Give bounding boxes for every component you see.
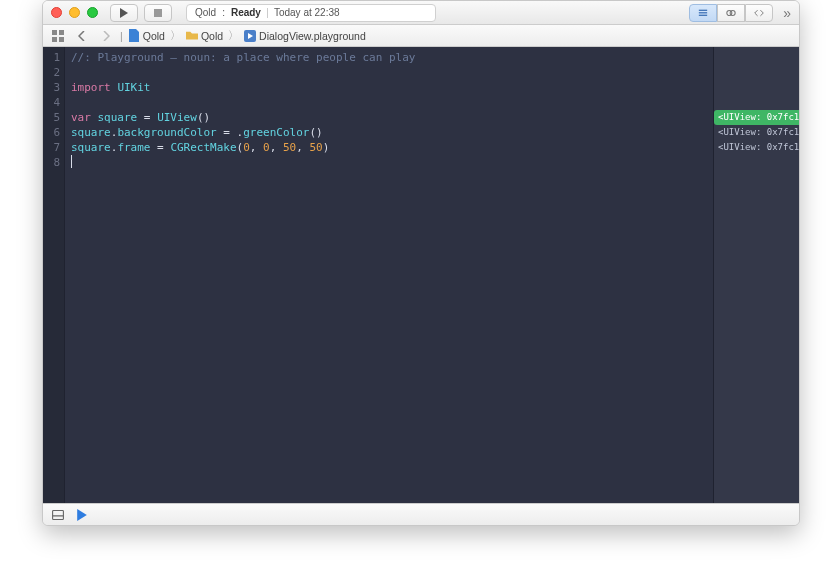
code-editor[interactable]: //: Playground — noun: a place where peo… (65, 47, 713, 503)
code-token: ) (323, 141, 330, 154)
code-token: 0 (263, 141, 270, 154)
code-token: 50 (283, 141, 296, 154)
code-token: square (71, 141, 111, 154)
code-token: , (270, 141, 283, 154)
code-token: UIKit (117, 81, 150, 94)
toggle-console-button[interactable] (51, 508, 65, 522)
code-token: var (71, 111, 91, 124)
status-time: Today at 22:38 (274, 7, 340, 18)
code-token: , (250, 141, 263, 154)
result-line[interactable]: <UIView: 0x7fc168e... (714, 110, 799, 125)
zoom-window-button[interactable] (87, 7, 98, 18)
text-cursor (71, 155, 72, 168)
svg-rect-0 (154, 9, 162, 17)
assistant-editor-button[interactable] (717, 4, 745, 22)
results-sidebar: <UIView: 0x7fc168e... <UIView: 0x7fc168e… (713, 47, 799, 503)
svg-rect-6 (52, 30, 57, 35)
breadcrumb-label: Qold (143, 30, 165, 42)
folder-icon (186, 30, 198, 42)
code-token: () (197, 111, 210, 124)
jump-bar: | Qold 〉 Qold 〉 DialogView.playground (43, 25, 799, 47)
code-token: 50 (309, 141, 322, 154)
breadcrumb-label: DialogView.playground (259, 30, 366, 42)
activity-status: Qold: Ready Today at 22:38 (186, 4, 436, 22)
svg-rect-8 (52, 37, 57, 42)
editor-mode-group (689, 4, 773, 22)
close-window-button[interactable] (51, 7, 62, 18)
code-token: square (98, 111, 138, 124)
breadcrumb-label: Qold (201, 30, 223, 42)
code-token: = (151, 141, 171, 154)
line-number: 5 (43, 110, 60, 125)
result-line[interactable]: <UIView: 0x7fc168e... (714, 140, 799, 155)
svg-rect-9 (59, 37, 64, 42)
line-gutter: 1 2 3 4 5 6 7 8 (43, 47, 65, 503)
line-number: 2 (43, 65, 60, 80)
standard-editor-button[interactable] (689, 4, 717, 22)
version-editor-button[interactable] (745, 4, 773, 22)
svg-point-5 (730, 10, 735, 15)
code-token: import (71, 81, 111, 94)
run-button[interactable] (110, 4, 138, 22)
line-number: 4 (43, 95, 60, 110)
related-items-button[interactable] (47, 28, 69, 44)
code-token: = . (217, 126, 244, 139)
line-number: 1 (43, 50, 60, 65)
svg-rect-3 (699, 14, 707, 15)
breadcrumb-item-project[interactable]: Qold (126, 30, 167, 42)
line-number: 6 (43, 125, 60, 140)
titlebar: Qold: Ready Today at 22:38 » (43, 1, 799, 25)
svg-rect-11 (53, 510, 64, 519)
line-number: 7 (43, 140, 60, 155)
code-token: = (137, 111, 157, 124)
code-token: , (296, 141, 309, 154)
code-token: UIView (157, 111, 197, 124)
code-token: () (309, 126, 322, 139)
toolbar-overflow-icon[interactable]: » (783, 5, 791, 21)
breadcrumb-item-file[interactable]: DialogView.playground (242, 30, 368, 42)
code-token: square (71, 126, 111, 139)
playground-icon (244, 30, 256, 42)
code-token: //: Playground — noun: a place where peo… (71, 51, 415, 64)
minimize-window-button[interactable] (69, 7, 80, 18)
svg-rect-7 (59, 30, 64, 35)
line-number: 3 (43, 80, 60, 95)
go-back-button[interactable] (71, 28, 93, 44)
xcode-window: Qold: Ready Today at 22:38 » (42, 0, 800, 526)
stop-button[interactable] (144, 4, 172, 22)
code-token: backgroundColor (117, 126, 216, 139)
editor-area: 1 2 3 4 5 6 7 8 //: Playground — noun: a… (43, 47, 799, 503)
status-state: Ready (231, 7, 261, 18)
svg-rect-1 (699, 9, 707, 10)
code-token: 0 (243, 141, 250, 154)
go-forward-button[interactable] (95, 28, 117, 44)
code-token: CGRectMake (170, 141, 236, 154)
svg-rect-2 (699, 12, 707, 13)
execute-playground-button[interactable] (75, 508, 89, 522)
code-token: frame (117, 141, 150, 154)
breadcrumb-item-folder[interactable]: Qold (184, 30, 225, 42)
status-app: Qold (195, 7, 216, 18)
swift-file-icon (128, 30, 140, 42)
result-line[interactable]: <UIView: 0x7fc168e... (714, 125, 799, 140)
line-number: 8 (43, 155, 60, 170)
code-token: greenColor (243, 126, 309, 139)
traffic-lights (51, 7, 98, 18)
debug-bar (43, 503, 799, 525)
